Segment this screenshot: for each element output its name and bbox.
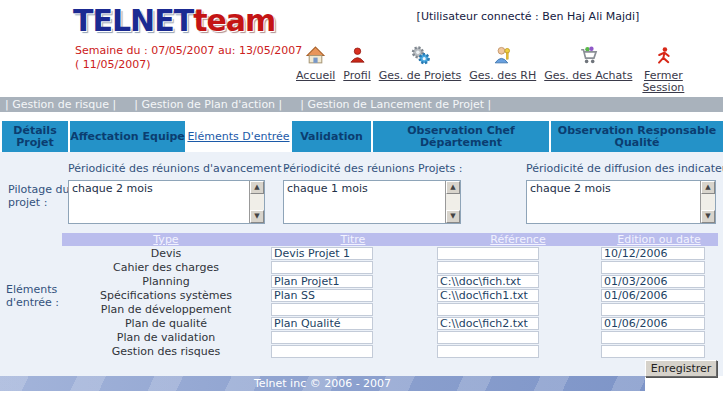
edition-input[interactable] (601, 275, 705, 288)
week-line1: Semaine du : 07/05/2007 au: 13/05/2007 (75, 44, 302, 58)
elements-section-label: Eléments d'entrée : (6, 283, 66, 309)
table-row: Plan de validation (62, 330, 718, 344)
reference-input[interactable] (437, 303, 539, 316)
reference-input[interactable] (437, 247, 539, 260)
menu-item-gestion-lancement[interactable]: | Gestion de Lancement de Projet | (300, 98, 491, 111)
table-row: Spécifications systèmes (62, 288, 718, 302)
pilotage-section-label: Pilotage du projet : (8, 183, 72, 209)
logo-telnet-text: TELNET (73, 3, 193, 38)
nav-label-ges-achats: Ges. des Achats (544, 70, 632, 82)
titre-input[interactable] (271, 289, 373, 302)
table-row: Gestion des risques (62, 344, 718, 358)
scroll-down-button[interactable]: ▼ (250, 210, 264, 223)
reference-input[interactable] (437, 261, 539, 274)
reference-input[interactable] (437, 331, 539, 344)
label-periodicite-avancement: Périodicité des réunions d'avancement : (68, 162, 289, 175)
scroll-up-button[interactable]: ▲ (446, 181, 460, 194)
gears-icon (410, 44, 431, 66)
tab-details-projet[interactable]: Détails Projet (2, 121, 68, 152)
menu-item-gestion-plan-action[interactable]: | Gestion de Plan d'action | (134, 98, 282, 111)
week-range-label: Semaine du : 07/05/2007 au: 13/05/2007 (… (75, 44, 302, 72)
tab-elements-entree[interactable]: Eléments D'entrée (187, 121, 290, 152)
titre-input[interactable] (271, 303, 373, 316)
titre-input[interactable] (271, 317, 373, 330)
titre-input[interactable] (271, 345, 373, 358)
cart-icon (578, 44, 599, 66)
textarea-periodicite-indicateurs[interactable]: chaque 2 mois ▲ ▼ (526, 180, 716, 224)
reference-input[interactable] (437, 345, 539, 358)
nav-label-fermer-session: Fermer Session (640, 70, 686, 94)
row-type-label: Gestion des risques (62, 345, 270, 358)
scroll-down-button[interactable]: ▼ (446, 210, 460, 223)
row-type-label: Spécifications systèmes (62, 289, 270, 302)
column-header-reference[interactable]: Référence (436, 233, 600, 246)
label-periodicite-projets: Périodicité des réunions Projets : (283, 162, 463, 175)
telnet-team-logo: TELNETteam (73, 3, 275, 38)
tab-observation-responsable-qualite[interactable]: Observation Responsable Qualité (551, 121, 723, 152)
label-periodicite-indicateurs: Périodicité de diffusion des indicateurs… (526, 162, 723, 175)
tab-bar: Détails Projet Affectation Equipe Elémen… (0, 121, 723, 152)
nav-label-profil: Profil (343, 70, 370, 82)
tab-validation[interactable]: Validation (292, 121, 371, 152)
tab-affectation-equipe[interactable]: Affectation Equipe (70, 121, 185, 152)
edition-input[interactable] (601, 247, 705, 260)
row-type-label: Planning (62, 275, 270, 288)
top-navigation: Accueil Profil Ges. de Projets Ges. des … (296, 44, 686, 94)
scroll-up-button[interactable]: ▲ (250, 181, 264, 194)
nav-item-profil[interactable]: Profil (343, 44, 370, 82)
edition-input[interactable] (601, 303, 705, 316)
row-type-label: Plan de validation (62, 331, 270, 344)
table-row: Plan de développement (62, 302, 718, 316)
titre-input[interactable] (271, 275, 373, 288)
nav-item-fermer-session[interactable]: Fermer Session (640, 44, 686, 94)
nav-label-ges-rh: Ges. des RH (469, 70, 536, 82)
footer-bar: Telnet inc © 2006 - 2007 (0, 376, 645, 391)
edition-input[interactable] (601, 289, 705, 302)
table-row: Plan de qualité (62, 316, 718, 330)
column-header-titre[interactable]: Titre (270, 233, 436, 246)
edition-input[interactable] (601, 261, 705, 274)
connected-user-label: [Utilisateur connecté : Ben Haj Ali Majd… (388, 10, 668, 23)
scroll-down-button[interactable]: ▼ (701, 210, 715, 223)
reference-input[interactable] (437, 317, 539, 330)
column-header-type[interactable]: Type (62, 233, 270, 246)
table-row: Devis (62, 246, 718, 260)
titre-input[interactable] (271, 247, 373, 260)
menu-bar: | Gestion de risque | | Gestion de Plan … (0, 97, 723, 112)
nav-item-accueil[interactable]: Accueil (296, 44, 335, 82)
reference-input[interactable] (437, 289, 539, 302)
reference-input[interactable] (437, 275, 539, 288)
elements-table: Devis Cahier des charges Planning Spécif… (62, 246, 718, 358)
row-type-label: Plan de qualité (62, 317, 270, 330)
textarea-periodicite-projets[interactable]: chaque 1 mois ▲ ▼ (283, 180, 461, 224)
menu-item-gestion-risque[interactable]: | Gestion de risque | (5, 98, 116, 111)
main-content: Pilotage du projet : Périodicité des réu… (0, 152, 723, 376)
edition-input[interactable] (601, 345, 705, 358)
scrollbar[interactable]: ▲ ▼ (445, 181, 460, 223)
week-line2: ( 11/05/2007) (75, 58, 302, 72)
row-type-label: Devis (62, 247, 270, 260)
scrollbar[interactable]: ▲ ▼ (700, 181, 715, 223)
row-type-label: Cahier des charges (62, 261, 270, 274)
column-header-edition[interactable]: Edition ou date (600, 233, 718, 246)
titre-input[interactable] (271, 261, 373, 274)
person-key-icon (492, 44, 513, 66)
home-icon (305, 44, 326, 66)
textarea-periodicite-avancement[interactable]: chaque 2 mois ▲ ▼ (68, 180, 265, 224)
scroll-up-button[interactable]: ▲ (701, 181, 715, 194)
edition-input[interactable] (601, 331, 705, 344)
titre-input[interactable] (271, 331, 373, 344)
exit-icon (654, 44, 673, 66)
table-row: Planning (62, 274, 718, 288)
nav-item-ges-rh[interactable]: Ges. des RH (469, 44, 536, 82)
tab-observation-chef-departement[interactable]: Observation Chef Département (373, 121, 549, 152)
row-type-label: Plan de développement (62, 303, 270, 316)
logo-team-text: team (193, 3, 275, 38)
scrollbar[interactable]: ▲ ▼ (249, 181, 264, 223)
nav-item-ges-achats[interactable]: Ges. des Achats (544, 44, 632, 82)
table-row: Cahier des charges (62, 260, 718, 274)
edition-input[interactable] (601, 317, 705, 330)
person-red-icon (348, 44, 367, 66)
nav-item-ges-projets[interactable]: Ges. de Projets (379, 44, 462, 82)
save-button[interactable]: Enregistrer (645, 360, 717, 377)
